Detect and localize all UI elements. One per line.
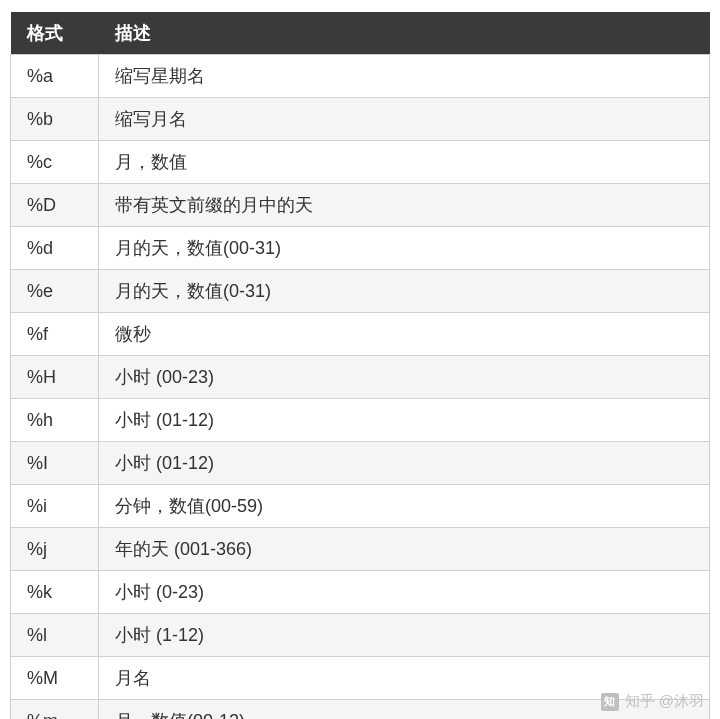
header-format: 格式 [11, 12, 99, 55]
cell-desc: 月，数值 [99, 141, 710, 184]
format-table: 格式 描述 %a缩写星期名 %b缩写月名 %c月，数值 %D带有英文前缀的月中的… [10, 12, 710, 719]
table-row: %l小时 (1-12) [11, 614, 710, 657]
table-row: %c月，数值 [11, 141, 710, 184]
cell-format: %h [11, 399, 99, 442]
cell-format: %k [11, 571, 99, 614]
cell-format: %d [11, 227, 99, 270]
table-row: %D带有英文前缀的月中的天 [11, 184, 710, 227]
table-row: %I小时 (01-12) [11, 442, 710, 485]
cell-desc: 小时 (0-23) [99, 571, 710, 614]
cell-format: %l [11, 614, 99, 657]
table-row: %i分钟，数值(00-59) [11, 485, 710, 528]
cell-format: %a [11, 55, 99, 98]
cell-format: %c [11, 141, 99, 184]
cell-desc: 年的天 (001-366) [99, 528, 710, 571]
watermark: 知 知乎 @沐羽 [601, 692, 704, 711]
cell-format: %f [11, 313, 99, 356]
cell-desc: 带有英文前缀的月中的天 [99, 184, 710, 227]
cell-desc: 月的天，数值(00-31) [99, 227, 710, 270]
cell-desc: 缩写星期名 [99, 55, 710, 98]
table-row: %a缩写星期名 [11, 55, 710, 98]
table-row: %j年的天 (001-366) [11, 528, 710, 571]
cell-desc: 小时 (01-12) [99, 399, 710, 442]
table-row: %f微秒 [11, 313, 710, 356]
cell-format: %e [11, 270, 99, 313]
table-header-row: 格式 描述 [11, 12, 710, 55]
cell-desc: 分钟，数值(00-59) [99, 485, 710, 528]
cell-format: %m [11, 700, 99, 720]
cell-desc: 小时 (00-23) [99, 356, 710, 399]
cell-format: %M [11, 657, 99, 700]
watermark-text: 知乎 @沐羽 [625, 692, 704, 711]
cell-desc: 微秒 [99, 313, 710, 356]
cell-desc: 小时 (01-12) [99, 442, 710, 485]
table-body: %a缩写星期名 %b缩写月名 %c月，数值 %D带有英文前缀的月中的天 %d月的… [11, 55, 710, 720]
table-row: %e月的天，数值(0-31) [11, 270, 710, 313]
table-row: %d月的天，数值(00-31) [11, 227, 710, 270]
cell-format: %H [11, 356, 99, 399]
cell-format: %j [11, 528, 99, 571]
cell-format: %b [11, 98, 99, 141]
zhihu-icon: 知 [601, 693, 619, 711]
cell-format: %I [11, 442, 99, 485]
cell-format: %D [11, 184, 99, 227]
table-row: %b缩写月名 [11, 98, 710, 141]
table-row: %H小时 (00-23) [11, 356, 710, 399]
cell-format: %i [11, 485, 99, 528]
cell-desc: 缩写月名 [99, 98, 710, 141]
cell-desc: 月的天，数值(0-31) [99, 270, 710, 313]
header-desc: 描述 [99, 12, 710, 55]
table-row: %h小时 (01-12) [11, 399, 710, 442]
cell-desc: 小时 (1-12) [99, 614, 710, 657]
table-row: %k小时 (0-23) [11, 571, 710, 614]
